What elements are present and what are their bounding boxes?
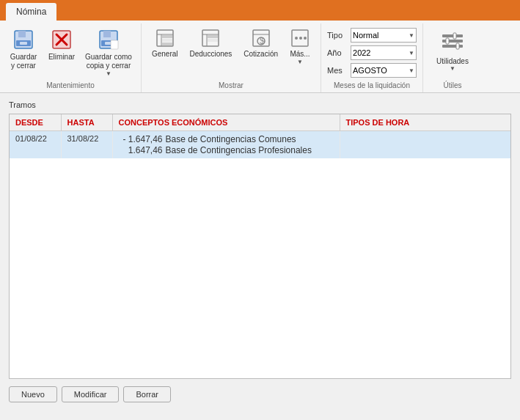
anyo-row: Año 2022 2023 2021	[327, 45, 417, 60]
utiles-group-label: Útiles	[429, 80, 476, 92]
meses-fields: Tipo Normal Extra Año 2022 2023 2021	[327, 28, 417, 78]
utilidades-button[interactable]: Utilidades ▼	[429, 26, 476, 72]
concepto-line-2: 1.647,46 Base de Contingencias Profesion…	[119, 145, 334, 155]
table-empty-row	[10, 158, 510, 378]
main-content: Tramos DESDE HASTA CONCEPTOS ECONÓMICOS …	[0, 93, 520, 410]
ribbon-tab-bar: Nómina	[0, 0, 520, 21]
save-as-label: Guardar comocopia y cerrar	[85, 53, 132, 70]
save-as-button[interactable]: Guardar comocopia y cerrar ▼	[82, 26, 135, 78]
mas-icon	[290, 28, 310, 48]
svg-point-30	[304, 37, 307, 40]
svg-rect-15	[162, 35, 172, 38]
mes-select-wrap: ENEROFEBREROMARZO ABRILMAYOJUNIO JULIOAG…	[351, 63, 417, 78]
mas-label: Más...	[290, 50, 310, 59]
conceptos-list: - 1.647,46 Base de Contingencias Comunes…	[119, 134, 334, 155]
modificar-button[interactable]: Modificar	[62, 386, 120, 402]
cell-hasta: 31/08/22	[61, 131, 112, 159]
concepto-desc-1: Base de Contingencias Comunes	[166, 134, 296, 144]
svg-rect-16	[162, 39, 172, 42]
concepto-desc-2: Base de Contingencias Profesionales	[166, 145, 312, 155]
mostrar-buttons: General Deducciones	[147, 26, 315, 80]
svg-rect-1	[18, 31, 26, 37]
cotizacion-label: Cotización	[243, 50, 278, 59]
table-header: DESDE HASTA CONCEPTOS ECONÓMICOS TIPOS D…	[10, 114, 510, 131]
svg-rect-21	[208, 35, 218, 38]
utilidades-arrow: ▼	[450, 65, 455, 72]
anyo-select[interactable]: 2022 2023 2021	[351, 45, 417, 60]
mas-button[interactable]: Más... ▼	[285, 26, 315, 67]
svg-rect-35	[446, 38, 449, 44]
utiles-content: Utilidades ▼	[429, 26, 476, 80]
tipo-row: Tipo Normal Extra	[327, 28, 417, 43]
deducciones-icon	[200, 28, 221, 48]
tramos-table: DESDE HASTA CONCEPTOS ECONÓMICOS TIPOS D…	[10, 114, 510, 378]
svg-rect-32	[442, 40, 463, 43]
ribbon: Guardary cerrar Eliminar	[0, 21, 520, 93]
svg-rect-31	[442, 34, 463, 37]
general-icon	[155, 28, 175, 48]
delete-icon	[50, 28, 73, 51]
col-header-hasta: HASTA	[61, 114, 112, 131]
anyo-label: Año	[327, 48, 348, 57]
tramos-table-container: DESDE HASTA CONCEPTOS ECONÓMICOS TIPOS D…	[9, 114, 511, 379]
mantenimiento-buttons: Guardary cerrar Eliminar	[6, 26, 135, 80]
save-icon	[12, 28, 35, 51]
svg-point-28	[295, 37, 298, 40]
anyo-select-wrap: 2022 2023 2021	[351, 45, 417, 60]
delete-button[interactable]: Eliminar	[44, 26, 79, 63]
mantenimiento-group-label: Mantenimiento	[6, 80, 135, 92]
svg-rect-22	[208, 39, 218, 42]
col-header-tipos: TIPOS DE HORA	[340, 114, 510, 131]
cell-conceptos: - 1.647,46 Base de Contingencias Comunes…	[112, 131, 340, 159]
cell-desde: 01/08/22	[10, 131, 61, 159]
mostrar-group-label: Mostrar	[147, 80, 315, 92]
table-body: 01/08/22 31/08/22 - 1.647,46 Base de Con…	[10, 131, 510, 379]
svg-rect-34	[453, 33, 456, 39]
tipo-select-wrap: Normal Extra	[351, 28, 417, 43]
tramos-section-label: Tramos	[9, 100, 511, 109]
tab-nomina[interactable]: Nómina	[6, 3, 56, 21]
svg-point-29	[299, 37, 302, 40]
concepto-amount-1: - 1.647,46	[119, 134, 163, 144]
svg-text:$: $	[260, 36, 265, 46]
bottom-buttons: Nuevo Modificar Borrar	[9, 386, 511, 402]
save-close-label: Guardary cerrar	[10, 53, 37, 70]
mes-select[interactable]: ENEROFEBREROMARZO ABRILMAYOJUNIO JULIOAG…	[351, 63, 417, 78]
save-as-arrow: ▼	[106, 70, 111, 77]
cotizacion-button[interactable]: $ Cotización	[239, 26, 282, 60]
ribbon-group-utiles: Utilidades ▼ Útiles	[423, 23, 482, 92]
svg-rect-3	[20, 42, 27, 45]
svg-rect-36	[456, 43, 459, 49]
borrar-button[interactable]: Borrar	[123, 386, 171, 402]
utilidades-label: Utilidades	[436, 57, 469, 65]
utilidades-icon	[439, 29, 466, 56]
deducciones-button[interactable]: Deducciones	[186, 26, 237, 60]
svg-rect-33	[442, 45, 463, 48]
tipo-label: Tipo	[327, 31, 348, 40]
concepto-amount-2: 1.647,46	[119, 145, 163, 155]
svg-rect-8	[103, 31, 111, 37]
col-header-desde: DESDE	[10, 114, 61, 131]
concepto-line-1: - 1.647,46 Base de Contingencias Comunes	[119, 134, 334, 144]
mes-row: Mes ENEROFEBREROMARZO ABRILMAYOJUNIO JUL…	[327, 63, 417, 78]
delete-label: Eliminar	[48, 53, 75, 62]
nuevo-button[interactable]: Nuevo	[9, 386, 57, 402]
meses-group-label: Meses de la liquidación	[327, 80, 417, 92]
svg-rect-17	[162, 43, 172, 45]
tipo-select[interactable]: Normal Extra	[351, 28, 417, 43]
mes-label: Mes	[327, 66, 348, 75]
ribbon-group-mostrar: General Deducciones	[142, 23, 321, 92]
ribbon-group-meses: Tipo Normal Extra Año 2022 2023 2021	[321, 23, 423, 92]
save-as-icon	[97, 28, 120, 51]
table-header-row: DESDE HASTA CONCEPTOS ECONÓMICOS TIPOS D…	[10, 114, 510, 131]
general-label: General	[152, 50, 178, 59]
general-button[interactable]: General	[147, 26, 183, 60]
table-row[interactable]: 01/08/22 31/08/22 - 1.647,46 Base de Con…	[10, 131, 510, 159]
save-close-button[interactable]: Guardary cerrar	[6, 26, 41, 72]
mas-arrow: ▼	[297, 59, 303, 65]
col-header-conceptos: CONCEPTOS ECONÓMICOS	[112, 114, 340, 131]
cell-tipos	[340, 131, 510, 159]
cotizacion-icon: $	[251, 28, 271, 48]
svg-rect-11	[111, 40, 118, 49]
table-empty-cell	[10, 158, 510, 378]
